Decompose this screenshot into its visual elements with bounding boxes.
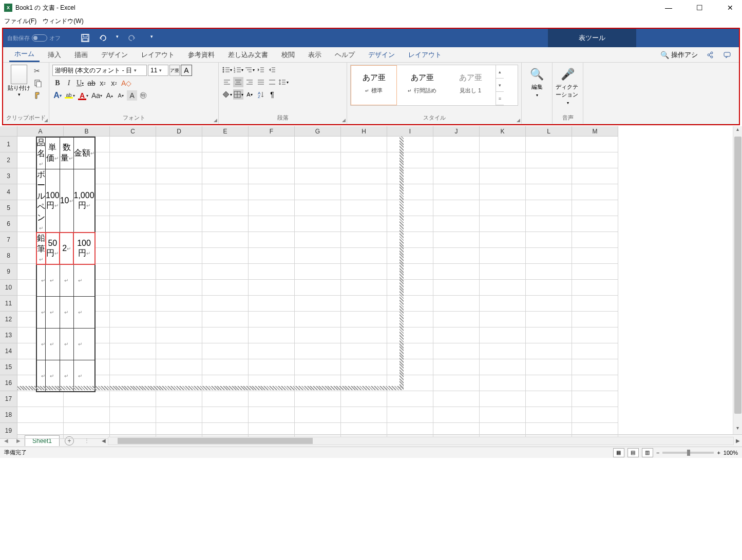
column-header-E[interactable]: E xyxy=(202,126,249,137)
asian-layout-button[interactable]: A▾ xyxy=(244,89,255,100)
select-all-corner[interactable] xyxy=(0,126,17,137)
row-header-7[interactable]: 7 xyxy=(0,232,17,248)
table-cell[interactable]: ↵ xyxy=(60,328,73,360)
menu-file[interactable]: ファイル(F) xyxy=(4,17,36,26)
paragraph-launcher[interactable]: ◢ xyxy=(342,118,346,123)
table-cell[interactable]: 2↵ xyxy=(60,233,73,264)
text-effects-button[interactable]: A▾ xyxy=(52,90,63,101)
table-cell[interactable]: 10↵ xyxy=(60,169,73,233)
horizontal-scrollbar[interactable] xyxy=(108,437,734,445)
column-headers[interactable]: ABCDEFGHIJKLM xyxy=(17,126,618,137)
style-no-spacing[interactable]: あア亜 ↵ 行間詰め xyxy=(399,65,445,105)
table-cell[interactable]: ↵ xyxy=(36,328,46,360)
row-header-15[interactable]: 15 xyxy=(0,359,17,375)
table-resize-handle-right[interactable] xyxy=(399,137,404,388)
column-header-M[interactable]: M xyxy=(572,126,618,137)
undo-icon[interactable] xyxy=(99,34,107,42)
menu-window[interactable]: ウィンドウ(W) xyxy=(43,17,83,26)
tell-me-search[interactable]: 操作アシ xyxy=(671,50,698,60)
shrink-font-button[interactable]: A▾ xyxy=(116,90,126,101)
bold-button[interactable]: B xyxy=(52,78,63,88)
column-header-C[interactable]: C xyxy=(110,126,156,137)
tab-layout[interactable]: レイアウト xyxy=(136,48,180,62)
column-header-A[interactable]: A xyxy=(17,126,64,137)
cut-button[interactable]: ✂ xyxy=(34,67,43,76)
row-header-5[interactable]: 5 xyxy=(0,200,17,216)
maximize-button[interactable]: ☐ xyxy=(692,4,707,12)
style-normal[interactable]: あア亜 ↵ 標準 xyxy=(351,65,397,105)
row-header-2[interactable]: 2 xyxy=(0,152,17,168)
tab-references[interactable]: 参考資料 xyxy=(183,48,220,62)
shading-button[interactable]: ▾ xyxy=(222,89,232,100)
share-button[interactable] xyxy=(704,49,715,61)
row-header-8[interactable]: 8 xyxy=(0,248,17,264)
row-header-18[interactable]: 18 xyxy=(0,407,17,423)
font-name-select[interactable]: 游明朝 (本文のフォント - 日▾ xyxy=(52,65,147,76)
column-header-B[interactable]: B xyxy=(64,126,110,137)
column-header-L[interactable]: L xyxy=(526,126,572,137)
comments-button[interactable] xyxy=(721,49,733,61)
table-cell[interactable]: ↵ xyxy=(60,296,73,328)
row-header-4[interactable]: 4 xyxy=(0,184,17,200)
zoom-slider[interactable] xyxy=(662,452,714,454)
distribute-button[interactable] xyxy=(267,77,277,87)
increase-indent-button[interactable] xyxy=(267,65,277,75)
char-border-button[interactable]: A xyxy=(181,65,192,76)
view-page-layout-button[interactable]: ▤ xyxy=(627,448,639,457)
tab-mailings[interactable]: 差し込み文書 xyxy=(223,48,273,62)
dictation-button[interactable]: 🎤 ディクテーション ▾ xyxy=(556,65,580,105)
phonetic-guide-button[interactable]: ア亜 xyxy=(169,65,180,76)
strikethrough-button[interactable]: ab xyxy=(86,78,97,88)
column-header-G[interactable]: G xyxy=(295,126,341,137)
table-cell[interactable]: 100 円↵ xyxy=(46,169,60,233)
multilevel-list-button[interactable]: ▾ xyxy=(244,65,255,75)
table-cell[interactable]: ↵ xyxy=(73,264,95,296)
subscript-button[interactable]: x2 xyxy=(98,78,108,88)
show-marks-button[interactable]: ¶ xyxy=(267,89,277,100)
table-cell[interactable]: ボールペン↵ xyxy=(36,169,46,233)
copy-button[interactable] xyxy=(34,79,43,88)
table-header-1[interactable]: 単価↵ xyxy=(46,137,60,169)
align-justify-button[interactable] xyxy=(256,77,266,87)
borders-button[interactable]: ▾ xyxy=(233,89,243,100)
autosave-toggle[interactable]: 自動保存 オフ xyxy=(7,34,61,42)
tab-table-design[interactable]: デザイン xyxy=(363,48,400,62)
sort-button[interactable]: AZ xyxy=(256,89,266,100)
numbering-button[interactable]: 123▾ xyxy=(233,65,243,75)
font-size-select[interactable]: 11▾ xyxy=(148,65,168,76)
font-launcher[interactable]: ◢ xyxy=(214,118,217,123)
style-scroll-down[interactable]: ▾ xyxy=(496,79,504,92)
undo-dropdown[interactable]: ▾ xyxy=(116,34,119,42)
superscript-button[interactable]: x2 xyxy=(109,78,119,88)
style-heading1[interactable]: あア亜 見出し 1 xyxy=(447,65,493,105)
hscroll-right[interactable]: ▶ xyxy=(734,438,742,443)
redo-icon[interactable] xyxy=(128,34,136,42)
view-normal-button[interactable]: ▦ xyxy=(613,448,624,457)
highlight-button[interactable]: ab▾ xyxy=(64,90,76,101)
bullets-button[interactable]: ▾ xyxy=(222,65,232,75)
table-header-0[interactable]: 品名↵ xyxy=(36,137,46,169)
table-cell[interactable]: ↵ xyxy=(60,264,73,296)
column-header-F[interactable]: F xyxy=(249,126,295,137)
tab-draw[interactable]: 描画 xyxy=(69,48,93,62)
table-cell[interactable]: ↵ xyxy=(46,296,60,328)
zoom-in-button[interactable]: + xyxy=(717,450,720,456)
zoom-out-button[interactable]: − xyxy=(656,450,659,456)
save-icon[interactable] xyxy=(81,34,89,42)
row-header-3[interactable]: 3 xyxy=(0,168,17,184)
table-cell[interactable]: ↵ xyxy=(73,296,95,328)
row-header-11[interactable]: 11 xyxy=(0,296,17,312)
row-header-19[interactable]: 19 xyxy=(0,423,17,439)
style-expand[interactable]: ≡ xyxy=(496,92,504,105)
table-header-3[interactable]: 金額↵ xyxy=(73,137,95,169)
line-spacing-button[interactable]: ▾ xyxy=(278,77,289,87)
table-cell[interactable]: ↵ xyxy=(36,264,46,296)
column-header-I[interactable]: I xyxy=(387,126,433,137)
tab-review[interactable]: 校閲 xyxy=(276,48,300,62)
row-header-17[interactable]: 17 xyxy=(0,391,17,407)
column-header-J[interactable]: J xyxy=(433,126,480,137)
align-right-button[interactable] xyxy=(244,77,255,87)
format-painter-button[interactable] xyxy=(34,91,43,101)
table-cell[interactable]: 50 円↵ xyxy=(46,233,60,264)
row-header-10[interactable]: 10 xyxy=(0,280,17,296)
